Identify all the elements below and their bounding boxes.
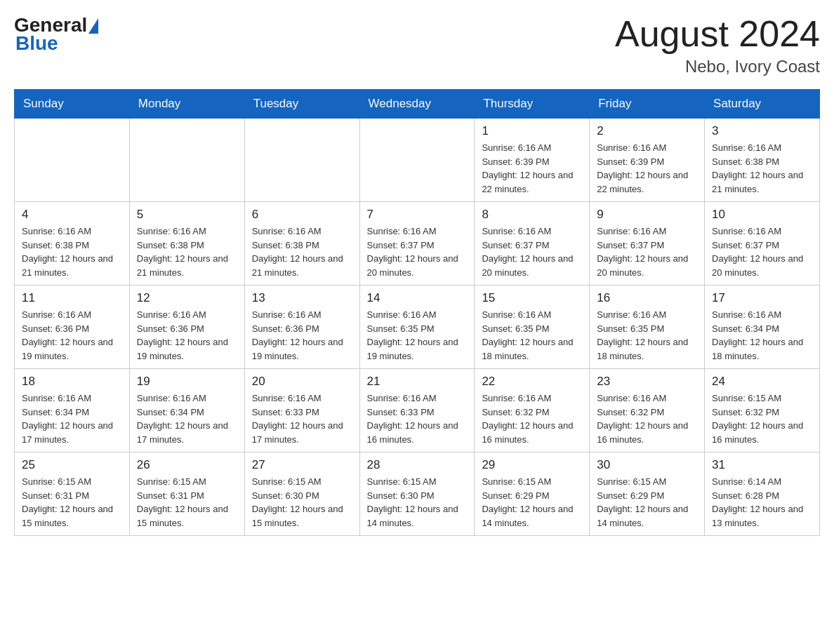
- day-number: 12: [137, 291, 237, 305]
- day-sun-info: Sunrise: 6:16 AMSunset: 6:39 PMDaylight:…: [597, 141, 697, 196]
- day-number: 18: [22, 375, 122, 389]
- logo: General Blue: [14, 14, 98, 55]
- day-number: 26: [137, 458, 237, 472]
- calendar-cell: 29Sunrise: 6:15 AMSunset: 6:29 PMDayligh…: [475, 452, 590, 536]
- calendar-cell: 26Sunrise: 6:15 AMSunset: 6:31 PMDayligh…: [129, 452, 244, 536]
- calendar-week-row: 25Sunrise: 6:15 AMSunset: 6:31 PMDayligh…: [15, 452, 820, 536]
- day-sun-info: Sunrise: 6:15 AMSunset: 6:30 PMDaylight:…: [252, 475, 352, 530]
- calendar-cell: 1Sunrise: 6:16 AMSunset: 6:39 PMDaylight…: [475, 119, 590, 202]
- day-sun-info: Sunrise: 6:16 AMSunset: 6:37 PMDaylight:…: [482, 224, 582, 279]
- calendar-cell: 25Sunrise: 6:15 AMSunset: 6:31 PMDayligh…: [15, 452, 130, 536]
- day-number: 8: [482, 208, 582, 222]
- calendar-cell: 18Sunrise: 6:16 AMSunset: 6:34 PMDayligh…: [15, 369, 130, 452]
- day-sun-info: Sunrise: 6:16 AMSunset: 6:35 PMDaylight:…: [597, 308, 697, 363]
- calendar-cell: 8Sunrise: 6:16 AMSunset: 6:37 PMDaylight…: [475, 202, 590, 286]
- day-number: 17: [712, 291, 812, 305]
- calendar-cell: 21Sunrise: 6:16 AMSunset: 6:33 PMDayligh…: [359, 369, 475, 452]
- calendar-cell: 15Sunrise: 6:16 AMSunset: 6:35 PMDayligh…: [475, 286, 590, 369]
- day-number: 6: [252, 208, 352, 222]
- calendar-cell: 16Sunrise: 6:16 AMSunset: 6:35 PMDayligh…: [590, 286, 705, 369]
- calendar-cell: 30Sunrise: 6:15 AMSunset: 6:29 PMDayligh…: [590, 452, 705, 536]
- calendar-cell: 23Sunrise: 6:16 AMSunset: 6:32 PMDayligh…: [590, 369, 705, 452]
- day-sun-info: Sunrise: 6:16 AMSunset: 6:39 PMDaylight:…: [482, 141, 582, 196]
- day-number: 13: [252, 291, 352, 305]
- calendar-cell: [15, 119, 130, 202]
- day-number: 11: [22, 291, 122, 305]
- day-sun-info: Sunrise: 6:15 AMSunset: 6:30 PMDaylight:…: [367, 475, 468, 530]
- logo-blue-text: Blue: [15, 32, 98, 55]
- day-number: 27: [252, 458, 352, 472]
- calendar-cell: 11Sunrise: 6:16 AMSunset: 6:36 PMDayligh…: [15, 286, 130, 369]
- day-sun-info: Sunrise: 6:16 AMSunset: 6:35 PMDaylight:…: [367, 308, 468, 363]
- calendar-table: SundayMondayTuesdayWednesdayThursdayFrid…: [14, 89, 820, 536]
- day-of-week-header: Tuesday: [244, 90, 359, 119]
- day-of-week-header: Friday: [590, 90, 705, 119]
- calendar-cell: 2Sunrise: 6:16 AMSunset: 6:39 PMDaylight…: [590, 119, 705, 202]
- day-sun-info: Sunrise: 6:16 AMSunset: 6:34 PMDaylight:…: [712, 308, 812, 363]
- day-number: 23: [597, 375, 697, 389]
- day-sun-info: Sunrise: 6:16 AMSunset: 6:33 PMDaylight:…: [252, 391, 352, 446]
- day-number: 19: [137, 375, 237, 389]
- day-number: 31: [712, 458, 812, 472]
- calendar-cell: 14Sunrise: 6:16 AMSunset: 6:35 PMDayligh…: [359, 286, 475, 369]
- day-sun-info: Sunrise: 6:16 AMSunset: 6:34 PMDaylight:…: [22, 391, 122, 446]
- day-number: 22: [482, 375, 582, 389]
- day-sun-info: Sunrise: 6:15 AMSunset: 6:29 PMDaylight:…: [482, 475, 582, 530]
- day-sun-info: Sunrise: 6:16 AMSunset: 6:32 PMDaylight:…: [482, 391, 582, 446]
- location-subtitle: Nebo, Ivory Coast: [615, 57, 820, 76]
- day-sun-info: Sunrise: 6:15 AMSunset: 6:29 PMDaylight:…: [597, 475, 697, 530]
- calendar-week-row: 11Sunrise: 6:16 AMSunset: 6:36 PMDayligh…: [15, 286, 820, 369]
- day-of-week-header: Thursday: [475, 90, 590, 119]
- day-sun-info: Sunrise: 6:14 AMSunset: 6:28 PMDaylight:…: [712, 475, 812, 530]
- calendar-cell: 4Sunrise: 6:16 AMSunset: 6:38 PMDaylight…: [15, 202, 130, 286]
- day-number: 5: [137, 208, 237, 222]
- day-sun-info: Sunrise: 6:16 AMSunset: 6:38 PMDaylight:…: [22, 224, 122, 279]
- calendar-cell: 5Sunrise: 6:16 AMSunset: 6:38 PMDaylight…: [129, 202, 244, 286]
- day-number: 14: [367, 291, 468, 305]
- day-number: 9: [597, 208, 697, 222]
- day-sun-info: Sunrise: 6:16 AMSunset: 6:38 PMDaylight:…: [137, 224, 237, 279]
- calendar-cell: 20Sunrise: 6:16 AMSunset: 6:33 PMDayligh…: [244, 369, 359, 452]
- day-sun-info: Sunrise: 6:16 AMSunset: 6:36 PMDaylight:…: [137, 308, 237, 363]
- calendar-cell: 17Sunrise: 6:16 AMSunset: 6:34 PMDayligh…: [705, 286, 820, 369]
- day-number: 10: [712, 208, 812, 222]
- calendar-cell: 22Sunrise: 6:16 AMSunset: 6:32 PMDayligh…: [475, 369, 590, 452]
- day-number: 24: [712, 375, 812, 389]
- day-number: 2: [597, 124, 697, 138]
- page-header: General Blue August 2024 Nebo, Ivory Coa…: [14, 14, 820, 76]
- calendar-cell: 31Sunrise: 6:14 AMSunset: 6:28 PMDayligh…: [705, 452, 820, 536]
- calendar-cell: 13Sunrise: 6:16 AMSunset: 6:36 PMDayligh…: [244, 286, 359, 369]
- day-sun-info: Sunrise: 6:16 AMSunset: 6:33 PMDaylight:…: [367, 391, 468, 446]
- day-sun-info: Sunrise: 6:15 AMSunset: 6:31 PMDaylight:…: [137, 475, 237, 530]
- calendar-cell: 12Sunrise: 6:16 AMSunset: 6:36 PMDayligh…: [129, 286, 244, 369]
- calendar-cell: [359, 119, 475, 202]
- day-number: 7: [367, 208, 468, 222]
- day-number: 21: [367, 375, 468, 389]
- day-number: 25: [22, 458, 122, 472]
- day-sun-info: Sunrise: 6:16 AMSunset: 6:37 PMDaylight:…: [367, 224, 468, 279]
- day-sun-info: Sunrise: 6:15 AMSunset: 6:32 PMDaylight:…: [712, 391, 812, 446]
- day-of-week-header: Wednesday: [359, 90, 475, 119]
- day-sun-info: Sunrise: 6:16 AMSunset: 6:38 PMDaylight:…: [252, 224, 352, 279]
- day-number: 4: [22, 208, 122, 222]
- calendar-cell: 28Sunrise: 6:15 AMSunset: 6:30 PMDayligh…: [359, 452, 475, 536]
- day-sun-info: Sunrise: 6:16 AMSunset: 6:38 PMDaylight:…: [712, 141, 812, 196]
- calendar-title-area: August 2024 Nebo, Ivory Coast: [615, 14, 820, 76]
- calendar-cell: 3Sunrise: 6:16 AMSunset: 6:38 PMDaylight…: [705, 119, 820, 202]
- day-number: 20: [252, 375, 352, 389]
- calendar-week-row: 4Sunrise: 6:16 AMSunset: 6:38 PMDaylight…: [15, 202, 820, 286]
- logo-triangle-icon: [88, 18, 98, 34]
- day-sun-info: Sunrise: 6:15 AMSunset: 6:31 PMDaylight:…: [22, 475, 122, 530]
- day-sun-info: Sunrise: 6:16 AMSunset: 6:36 PMDaylight:…: [252, 308, 352, 363]
- calendar-cell: 19Sunrise: 6:16 AMSunset: 6:34 PMDayligh…: [129, 369, 244, 452]
- day-sun-info: Sunrise: 6:16 AMSunset: 6:36 PMDaylight:…: [22, 308, 122, 363]
- day-number: 1: [482, 124, 582, 138]
- day-number: 28: [367, 458, 468, 472]
- calendar-cell: [129, 119, 244, 202]
- day-of-week-header: Monday: [129, 90, 244, 119]
- day-sun-info: Sunrise: 6:16 AMSunset: 6:34 PMDaylight:…: [137, 391, 237, 446]
- calendar-cell: [244, 119, 359, 202]
- day-sun-info: Sunrise: 6:16 AMSunset: 6:32 PMDaylight:…: [597, 391, 697, 446]
- day-of-week-header: Saturday: [705, 90, 820, 119]
- day-sun-info: Sunrise: 6:16 AMSunset: 6:37 PMDaylight:…: [597, 224, 697, 279]
